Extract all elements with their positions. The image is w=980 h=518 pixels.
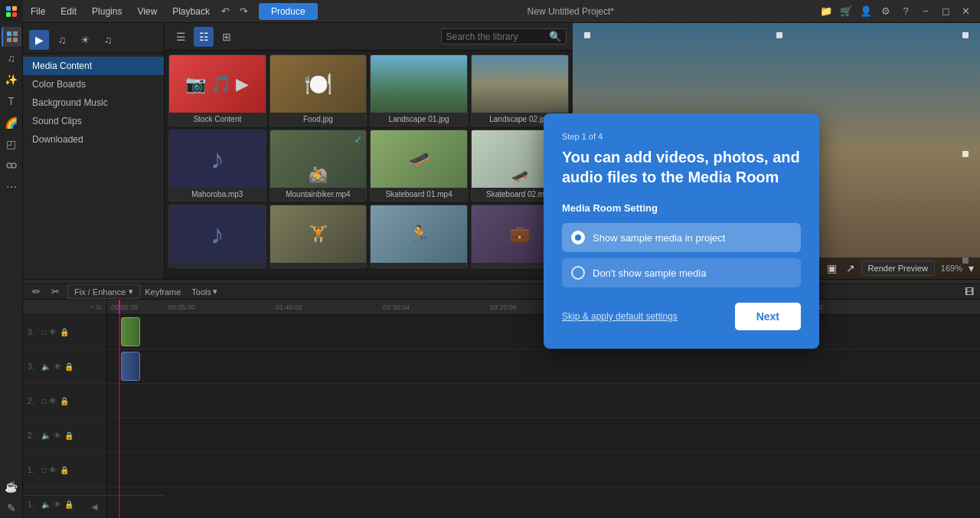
search-icon[interactable]: 🔍	[549, 31, 561, 42]
tool-pen[interactable]: ✎	[2, 498, 21, 518]
svg-rect-2	[6, 12, 11, 17]
sidebar-item-background-music[interactable]: Background Music	[23, 93, 164, 112]
ruler-mark-0: 00:00:00	[111, 303, 138, 311]
render-preview-button[interactable]: Render Preview	[861, 261, 935, 276]
tool-overlay[interactable]: ◰	[2, 134, 21, 154]
ruler-mark-3: 02:30:04	[383, 303, 410, 311]
media-item-pushup[interactable]: 🏋️	[270, 205, 368, 268]
skip-link[interactable]: Skip & apply default settings	[562, 311, 678, 322]
food-thumb-icon: 🍽️	[304, 70, 332, 97]
undo-button[interactable]: ↶	[217, 3, 234, 20]
next-button[interactable]: Next	[735, 303, 801, 330]
undo-redo-group: ↶ ↷	[217, 3, 253, 20]
sidebar-item-media-content[interactable]: Media Content	[23, 57, 164, 75]
menu-view[interactable]: View	[129, 0, 165, 23]
media-item-landscape01[interactable]: Landscape 01.jpg	[370, 54, 468, 126]
sidebar-photo-icon[interactable]: ☀	[75, 30, 95, 50]
help-icon[interactable]: ?	[897, 3, 914, 20]
preview-export-icon[interactable]: ↗	[843, 261, 858, 276]
radio-option-show-sample[interactable]: Show sample media in project	[562, 223, 801, 252]
sidebar-music-icon[interactable]: ♫	[98, 30, 118, 50]
tool-color[interactable]: 🌈	[2, 113, 21, 133]
media-grid-view[interactable]: ☷	[194, 27, 214, 47]
shopping-icon[interactable]: 🛒	[838, 3, 854, 20]
video-icon[interactable]: □	[41, 328, 46, 336]
media-list-view[interactable]: ☰	[171, 27, 191, 47]
menu-plugins[interactable]: Plugins	[84, 0, 129, 23]
folder-icon[interactable]: 📁	[818, 3, 835, 20]
track-num: 2.	[28, 431, 38, 440]
lock-icon[interactable]: 🔒	[64, 362, 74, 371]
eye-icon[interactable]: 👁	[49, 397, 57, 405]
tool-sticker[interactable]: ☕	[2, 477, 21, 497]
clip-block[interactable]	[121, 352, 140, 381]
eye-icon[interactable]: 👁	[49, 466, 57, 474]
tl-film-icon[interactable]: 🎞	[965, 287, 974, 297]
selected-checkmark: ✓	[354, 133, 363, 146]
speaker-icon[interactable]: 🔈	[41, 362, 51, 371]
media-item-label: Skateboard 01.mp4	[371, 188, 467, 201]
wizard-dialog: Step 1 of 4 You can add videos, photos, …	[544, 113, 819, 349]
frame-handle-mr[interactable]	[962, 151, 969, 157]
tool-media[interactable]	[2, 27, 21, 47]
media-item-stock-content[interactable]: 📷 🎵 ▶ Stock Content	[168, 54, 266, 126]
close-icon[interactable]: ✕	[957, 3, 974, 20]
user-icon[interactable]: 👤	[858, 3, 874, 20]
tool-edit[interactable]	[2, 156, 21, 175]
media-item-run[interactable]: 🏃	[370, 205, 468, 268]
speaker-icon[interactable]: 🔈	[41, 431, 51, 440]
menu-file[interactable]: File	[23, 0, 53, 23]
media-item-skateboard01[interactable]: 🛹 Skateboard 01.mp4	[370, 130, 468, 202]
search-input[interactable]	[446, 31, 546, 42]
minimize-icon[interactable]: −	[917, 3, 934, 20]
radio-option2-label: Don't show sample media	[593, 267, 706, 279]
zoom-dropdown-icon[interactable]: ▾	[965, 261, 977, 276]
eye-icon[interactable]: 👁	[54, 362, 61, 371]
lock-icon[interactable]: 🔒	[64, 431, 74, 440]
frame-handle-tl[interactable]	[584, 32, 590, 38]
tl-add-track-btn[interactable]: + ⊞	[90, 303, 102, 311]
media-large-grid-view[interactable]: ⊞	[217, 27, 237, 47]
tool-effects[interactable]: ✨	[2, 70, 21, 90]
sidebar-item-color-boards[interactable]: Color Boards	[23, 75, 164, 93]
sidebar-color-boards-label: Color Boards	[32, 79, 86, 90]
preview-layout-icon[interactable]: ▣	[824, 261, 840, 276]
media-item-label: Food.jpg	[270, 113, 367, 126]
tools-button[interactable]: Tools ▾	[191, 287, 217, 297]
menu-edit[interactable]: Edit	[53, 0, 84, 23]
media-item-food[interactable]: 🍽️ Food.jpg	[270, 54, 368, 126]
tool-audio[interactable]: ♫	[2, 48, 21, 68]
sidebar-media-icon[interactable]: ▶	[29, 30, 49, 50]
tool-more[interactable]: ⋯	[2, 177, 21, 197]
eye-icon[interactable]: 👁	[49, 328, 57, 336]
keyframe-button[interactable]: Keyframe	[145, 287, 181, 297]
fix-enhance-button[interactable]: Fix / Enhance ▾	[67, 284, 140, 299]
media-item-mahoroba[interactable]: ♪ Mahoroba.mp3	[168, 130, 266, 202]
sidebar-item-sound-clips[interactable]: Sound Clips	[23, 112, 164, 130]
lock-icon[interactable]: 🔒	[60, 397, 69, 405]
menu-playback[interactable]: Playback	[165, 0, 217, 23]
sidebar-item-downloaded[interactable]: Downloaded	[23, 130, 164, 149]
redo-button[interactable]: ↷	[236, 3, 253, 20]
produce-button[interactable]: Produce	[259, 3, 318, 20]
video-icon[interactable]: □	[41, 397, 46, 405]
eye-icon[interactable]: 👁	[54, 431, 61, 440]
frame-handle-tr[interactable]	[962, 32, 969, 38]
lock-icon[interactable]: 🔒	[60, 466, 69, 474]
sidebar-audio-icon[interactable]: ♫	[52, 30, 72, 50]
frame-handle-tm[interactable]	[776, 32, 782, 38]
track-row-1-audio	[107, 487, 980, 518]
ruler-mark-1: 00:05:00	[168, 303, 195, 311]
radio-option-dont-show[interactable]: Don't show sample media	[562, 258, 801, 287]
tool-text[interactable]: T	[2, 91, 21, 111]
video-icon[interactable]: □	[41, 466, 46, 474]
settings-icon[interactable]: ⚙	[877, 3, 894, 20]
collapse-sidebar[interactable]: ◀	[91, 502, 97, 512]
clip-block[interactable]	[121, 317, 140, 346]
lock-icon[interactable]: 🔒	[60, 328, 69, 336]
media-item-mountainbiker[interactable]: 🚵 ✓ Mountainbiker.mp4	[270, 130, 368, 202]
media-item-audio2[interactable]: ♪	[168, 205, 266, 268]
tl-cut-icon[interactable]: ✂	[48, 284, 63, 299]
maximize-icon[interactable]: ◻	[937, 3, 954, 20]
tl-pencil-icon[interactable]: ✏	[29, 284, 44, 299]
